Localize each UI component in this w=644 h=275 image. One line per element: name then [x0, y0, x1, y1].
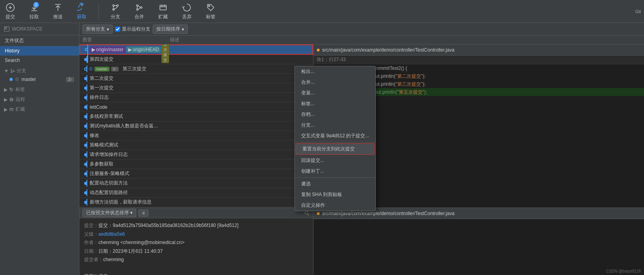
commit-row[interactable]: 多线程异常测试: [79, 112, 313, 121]
ctx-tag[interactable]: 标签...: [295, 98, 375, 109]
toolbar-tag-label: 标签: [206, 13, 215, 20]
toolbar-sep-1: [98, 4, 99, 19]
graph-column-header: 图普: [79, 37, 167, 43]
commit-row[interactable]: 配置动态切面方法: [79, 179, 313, 188]
file-icon: ■: [317, 47, 320, 53]
ctx-reset[interactable]: 重置当前分支到此次提交: [296, 143, 375, 155]
ctx-branch[interactable]: 分支...: [295, 120, 375, 131]
commit-dot: [84, 87, 87, 90]
commit-message: 测试mybatis插入数据是否会返回数据id: [87, 123, 164, 129]
commit-message: 第一次提交: [87, 85, 164, 91]
commit-message: 多线程异常测试: [87, 113, 164, 120]
sidebar-search[interactable]: Search: [0, 56, 79, 65]
dropdown-icon-3: ▾: [130, 210, 133, 215]
commit-row[interactable]: 新增方法切面，获取请求信息: [79, 198, 313, 207]
code-panel-header: ■ src/main/java/com/example/demo/control…: [313, 44, 644, 56]
dropdown-icon-2: ▾: [182, 27, 184, 32]
commit-row[interactable]: 第四次提交: [79, 55, 313, 64]
commit-dot: [84, 153, 87, 156]
all-branches-btn[interactable]: 所有分支 ▾: [83, 25, 113, 34]
commit-row[interactable]: 第一次提交: [79, 83, 313, 93]
toolbar-discard[interactable]: 丢弃: [180, 3, 194, 20]
ctx-rollback[interactable]: 回滚提交...: [295, 155, 375, 166]
ctx-archive[interactable]: 存档...: [295, 109, 375, 120]
toolbar-branch[interactable]: 分支: [108, 3, 123, 20]
parent-line: 父级：aedb8ba5e6: [84, 230, 308, 239]
git-label: Git: [635, 9, 641, 14]
commit-row[interactable]: 操作日志: [79, 93, 313, 102]
sort-button[interactable]: 已按照文件状态排序 ▾: [83, 209, 136, 217]
svg-rect-22: [10, 108, 13, 111]
sidebar-master-branch[interactable]: ⓪ master 2↑: [0, 75, 79, 84]
commit-dot: [84, 144, 87, 147]
branches-section[interactable]: ▼ 分支: [0, 65, 79, 75]
commit-row[interactable]: 策略模式测试: [79, 140, 313, 150]
tag-master: master: [94, 67, 110, 71]
tags-section[interactable]: ▶ 标签: [0, 84, 79, 94]
stash-section[interactable]: ▶ 贮藏: [0, 104, 79, 113]
toolbar-merge-label: 合并: [135, 13, 144, 20]
parent-link[interactable]: aedb8ba5e6: [98, 231, 125, 237]
ctx-cherry-pick[interactable]: 遴选: [295, 179, 375, 189]
ctx-interactive-rebase[interactable]: 交互式变基 9a4d512 的子提交...: [295, 131, 375, 141]
commit-dot: [84, 96, 87, 99]
commit-row[interactable]: 注册服务-策略模式: [79, 169, 313, 179]
ctx-sep-1: [295, 142, 375, 142]
sidebar: WORKSPACE 文件状态 History Search ▼ 分支 ⓪ mas…: [0, 23, 79, 275]
commit-hash-line: 提交：提交：9a4d512fa75940a55b185da08162b2b19b…: [84, 221, 308, 230]
detail-toolbar: 已按照文件状态排序 ▾ ≡: [79, 208, 313, 218]
toolbar-fetch[interactable]: 获取: [75, 3, 89, 20]
commit-row[interactable]: ▶ origin/master ▶ origin/HEAD 第五次提交: [79, 44, 313, 55]
sidebar-history[interactable]: History: [0, 46, 79, 56]
svg-point-15: [13, 70, 14, 71]
ctx-checkout[interactable]: 检出...: [295, 66, 375, 77]
commit-dot: [85, 48, 88, 51]
svg-point-14: [11, 71, 12, 73]
pull-badge: 2: [33, 2, 39, 8]
commit-message: 动态配置切面路径: [87, 189, 164, 196]
toolbar-commit-label: 提交: [6, 13, 15, 20]
toolbar-pull[interactable]: 2 拉取: [27, 3, 41, 20]
commit-message: 配置动态切面方法: [87, 180, 164, 187]
show-remote-label[interactable]: 显示远程分支: [115, 26, 150, 33]
toolbar-stash[interactable]: 贮藏: [156, 3, 170, 20]
ctx-custom[interactable]: 自定义操作: [295, 200, 375, 211]
remote-section[interactable]: ▶ 远程: [0, 94, 79, 104]
file-path-bottom: src/main/java/com/example/demo/controlle…: [322, 211, 454, 216]
commit-dot: [84, 106, 87, 109]
svg-point-23: [305, 211, 308, 214]
date-line: 日期：日期：2023年1月6日 11:40:37: [84, 247, 308, 256]
commit-row[interactable]: 自定义监听: [79, 207, 313, 208]
toolbar-tag[interactable]: 标签: [204, 3, 218, 20]
dropdown-icon: ▾: [107, 27, 109, 32]
commit-row[interactable]: 请求增加操作日志: [79, 150, 313, 160]
history-toolbar: 所有分支 ▾ 显示远程分支 按日期排序 ▾: [79, 23, 644, 36]
commit-row[interactable]: 动态配置切面路径: [79, 188, 313, 198]
commit-row[interactable]: 多参数获取: [79, 160, 313, 169]
commit-row[interactable]: lettCode: [79, 102, 313, 112]
svg-point-4: [117, 5, 118, 6]
tag-icon-small: ▶: [92, 47, 95, 52]
commit-list: ▶ origin/master ▶ origin/HEAD 第五次提交: [79, 44, 313, 208]
ctx-merge[interactable]: 合并...: [295, 77, 375, 88]
toolbar-commit[interactable]: 提交: [3, 3, 17, 20]
ctx-patch[interactable]: 创建补丁...: [295, 166, 375, 177]
commit-dot: [84, 201, 87, 204]
commit-row[interactable]: 第二次提交: [79, 74, 313, 83]
commit-row[interactable]: ⓪ master 2↑ 第三次提交: [79, 64, 313, 74]
commit-row[interactable]: 修改: [79, 131, 313, 140]
toolbar-push[interactable]: 推送: [51, 3, 65, 20]
sidebar-file-status[interactable]: 文件状态: [0, 35, 79, 46]
commit-message: 新增方法切面，获取请求信息: [87, 199, 164, 206]
show-remote-checkbox[interactable]: [115, 27, 120, 32]
commit-dot: [84, 125, 87, 128]
list-view-button[interactable]: ≡: [138, 210, 148, 217]
ctx-copy-sha[interactable]: 复制 SHA 到剪贴板: [295, 189, 375, 200]
toolbar-merge[interactable]: 合并: [132, 3, 146, 20]
date-sort-btn[interactable]: 按日期排序 ▾: [153, 25, 188, 34]
commit-row[interactable]: 测试mybatis插入数据是否会返回数据id: [79, 121, 313, 131]
ctx-rebase[interactable]: 变基...: [295, 88, 375, 98]
svg-point-13: [11, 69, 12, 70]
svg-point-10: [209, 5, 210, 6]
commit-dot: [84, 77, 87, 80]
